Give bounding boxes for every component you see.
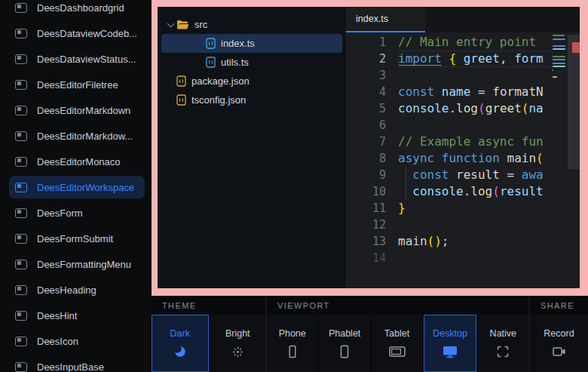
sidebar-item-deesinputbase[interactable]: DeesInputBase: [0, 354, 152, 372]
component-icon: [15, 311, 27, 321]
line-number: 10: [346, 183, 398, 200]
line-text: async function main(: [398, 150, 553, 167]
sidebar-item-deesheading[interactable]: DeesHeading: [0, 277, 152, 303]
component-icon: [15, 260, 27, 269]
phablet-button[interactable]: Phablet: [319, 315, 369, 372]
code-line-14[interactable]: 14: [346, 250, 580, 266]
code-line-9[interactable]: 9 const result = awa: [346, 167, 580, 183]
component-list: DeesDashboardgridDeesDataviewCodeb...Dee…: [0, 0, 152, 372]
code-line-8[interactable]: 8async function main(: [346, 150, 580, 167]
indent-guide: [406, 167, 406, 183]
component-icon: [15, 362, 27, 372]
line-number: 12: [346, 217, 398, 233]
line-number: 9: [346, 167, 398, 183]
sidebar-item-deesdashboardgrid[interactable]: DeesDashboardgrid: [0, 0, 152, 20]
theme-tiles: DarkBright: [152, 315, 265, 372]
line-text: const name = formatN: [398, 84, 553, 100]
code-line-3[interactable]: 3: [346, 67, 580, 84]
dark-button[interactable]: Dark: [152, 315, 209, 372]
tile-label: Dark: [170, 328, 190, 339]
tile-label: Phablet: [329, 328, 360, 339]
code-line-1[interactable]: 1// Main entry point: [346, 34, 580, 51]
tile-label: Desktop: [433, 328, 467, 339]
sidebar-item-deeseditormarkdow[interactable]: DeesEditorMarkdow...: [0, 123, 152, 149]
file-tree-row-tsconfig-json[interactable]: tsconfig.json: [161, 91, 342, 109]
native-icon: [497, 345, 509, 358]
file-name: tsconfig.json: [191, 94, 246, 106]
file-tree-row-package-json[interactable]: package.json: [161, 72, 342, 91]
code-line-13[interactable]: 13main();: [346, 233, 580, 250]
editor-tabbar: index.ts: [346, 7, 580, 32]
component-icon: [15, 54, 27, 64]
record-button[interactable]: Record: [530, 315, 588, 372]
line-text: import { greet, form: [398, 51, 553, 67]
file-name: index.ts: [221, 38, 255, 49]
sidebar-item-deeseditormarkdown[interactable]: DeesEditorMarkdown: [0, 97, 152, 123]
tile-label: Native: [490, 328, 516, 339]
code-line-10[interactable]: 10 console.log(result: [346, 183, 580, 200]
file-tree-row-utils-ts[interactable]: utils.ts: [161, 53, 342, 72]
sidebar-item-label: DeesFormattingMenu: [37, 259, 131, 270]
line-number: 2: [346, 51, 398, 67]
phone-button[interactable]: Phone: [267, 315, 317, 372]
overview-ruler-marker: [572, 42, 580, 53]
code-line-2[interactable]: 2import { greet, form: [346, 51, 580, 67]
sidebar-item-deesform[interactable]: DeesForm: [0, 200, 152, 226]
line-number: 5: [346, 100, 398, 117]
line-number: 4: [346, 84, 398, 100]
code-editor: index.ts 1// Main entry point2import { g…: [346, 7, 580, 288]
component-icon: [15, 106, 27, 115]
minimap[interactable]: [553, 35, 566, 83]
component-icon: [15, 285, 27, 295]
code-line-7[interactable]: 7// Example async fun: [346, 134, 580, 150]
code-line-5[interactable]: 5console.log(greet(na: [346, 100, 580, 117]
sidebar-item-deeseditormonaco[interactable]: DeesEditorMonaco: [0, 149, 152, 174]
native-button[interactable]: Native: [478, 315, 528, 372]
editor-scrollbar[interactable]: [568, 32, 580, 288]
code-area[interactable]: 1// Main entry point2import { greet, for…: [346, 32, 580, 288]
phone-icon: [286, 345, 299, 358]
sidebar-item-label: DeesFormSubmit: [37, 233, 113, 244]
json-file-icon: [176, 94, 186, 106]
file-name: package.json: [191, 75, 250, 87]
sidebar-item-deesdataviewcodeb[interactable]: DeesDataviewCodeb...: [0, 20, 152, 46]
code-line-6[interactable]: 6: [346, 117, 580, 134]
environment-toolbar: THEME DarkBright VIEWPORT PhonePhabletTa…: [152, 296, 588, 372]
line-text: [398, 117, 553, 134]
sidebar-item-label: DeesDashboardgrid: [37, 2, 124, 14]
sidebar-item-deeseditorworkspace[interactable]: DeesEditorWorkspace: [0, 174, 152, 200]
code-line-11[interactable]: 11}: [346, 200, 580, 217]
scrollbar-thumb[interactable]: [568, 35, 580, 169]
bright-button[interactable]: Bright: [210, 315, 266, 372]
line-text: [398, 217, 553, 233]
line-number: 8: [346, 150, 398, 167]
sidebar-item-deeshint[interactable]: DeesHint: [0, 303, 152, 328]
ts-file-icon: [206, 38, 216, 49]
chevron-down-icon[interactable]: [164, 23, 176, 26]
component-sidebar: DeesDashboardgridDeesDataviewCodeb...Dee…: [0, 0, 152, 372]
sidebar-item-deesformattingmenu[interactable]: DeesFormattingMenu: [0, 251, 152, 277]
sidebar-item-label: DeesEditorFiletree: [37, 79, 118, 91]
tile-label: Tablet: [384, 328, 409, 339]
file-tree-row-src[interactable]: src: [161, 15, 342, 34]
sidebar-item-deesformsubmit[interactable]: DeesFormSubmit: [0, 226, 152, 251]
sidebar-item-deeseditorfiletree[interactable]: DeesEditorFiletree: [0, 72, 152, 97]
tablet-button[interactable]: Tablet: [372, 315, 422, 372]
file-tree-row-index-ts[interactable]: index.ts: [161, 34, 342, 53]
desktop-button[interactable]: Desktop: [424, 315, 476, 372]
tile-label: Phone: [279, 328, 306, 339]
code-line-4[interactable]: 4const name = formatN: [346, 84, 580, 100]
sidebar-item-label: DeesIcon: [37, 336, 78, 347]
sidebar-item-label: DeesForm: [37, 208, 83, 219]
tile-label: Record: [544, 328, 574, 339]
editor-tab-index-ts[interactable]: index.ts: [346, 7, 425, 32]
component-icon: [15, 131, 27, 141]
sidebar-item-deesicon[interactable]: DeesIcon: [0, 328, 152, 354]
line-text: }: [398, 200, 553, 217]
code-line-12[interactable]: 12: [346, 217, 580, 233]
sidebar-item-deesdataviewstatus[interactable]: DeesDataviewStatus...: [0, 46, 152, 72]
component-icon: [15, 208, 27, 218]
theme-section: THEME DarkBright: [152, 296, 265, 372]
share-tiles: Record: [530, 315, 588, 372]
line-number: 7: [346, 134, 398, 150]
